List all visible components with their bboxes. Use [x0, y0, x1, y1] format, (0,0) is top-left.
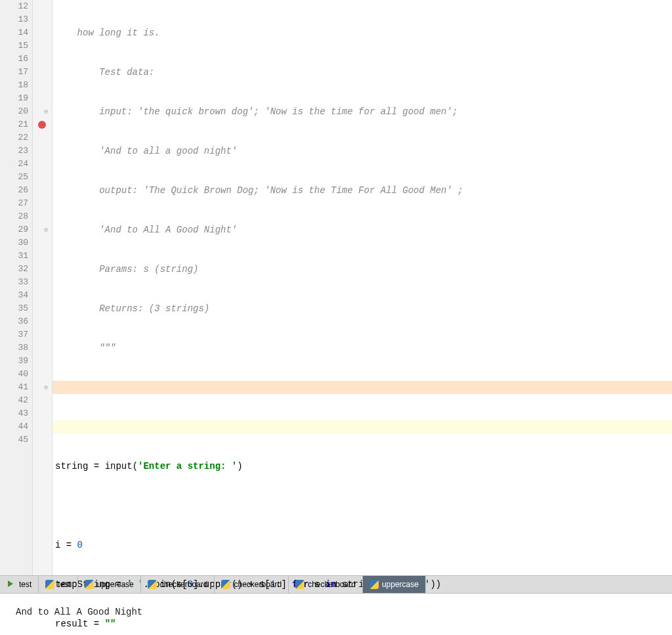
line-number: 24	[0, 158, 32, 171]
line-number: 28	[0, 210, 32, 223]
line-number: 26	[0, 184, 32, 197]
tab-uppercase-active[interactable]: uppercase	[363, 576, 426, 593]
line-number: 41	[0, 381, 32, 394]
line-number: 42	[0, 394, 32, 407]
python-icon	[221, 580, 230, 589]
fold-icon[interactable]: ⊖	[44, 108, 51, 114]
line-number: 44	[0, 420, 32, 433]
python-icon	[295, 580, 304, 589]
tab-checkerboard[interactable]: checkerboard	[215, 576, 289, 593]
line-number: 34	[0, 289, 32, 302]
tab-label: uppercase	[97, 580, 134, 589]
line-number: 29	[0, 223, 32, 236]
code-text: """	[55, 343, 116, 353]
code-text: Test data:	[55, 67, 154, 77]
tab-label: test	[19, 580, 32, 589]
code-text: how long it is.	[55, 28, 160, 38]
line-number: 27	[0, 197, 32, 210]
line-number: 38	[0, 341, 32, 355]
line-number: 33	[0, 276, 32, 289]
tab-test[interactable]: test	[39, 576, 77, 593]
tab-checkerboard[interactable]: checkerboard	[289, 576, 363, 593]
line-number: 12	[0, 0, 32, 13]
tab-label: test	[58, 580, 70, 589]
highlighted-line	[52, 381, 672, 394]
tab-label: checkerboard	[234, 580, 282, 589]
python-icon	[45, 580, 54, 589]
line-number: 16	[0, 53, 32, 66]
line-number: 21	[0, 118, 32, 131]
line-number: 31	[0, 250, 32, 263]
breakpoint-icon[interactable]	[38, 121, 46, 129]
fold-icon[interactable]: ⊖	[44, 226, 51, 232]
line-number: 25	[0, 171, 32, 184]
python-icon	[148, 580, 157, 589]
line-number: 36	[0, 315, 32, 328]
run-icon	[7, 580, 16, 589]
code-text: 'And to all a good night'	[55, 146, 237, 156]
line-number: 20	[0, 105, 32, 118]
tab-label: checkerboard	[308, 580, 356, 589]
code-text: output: 'The Quick Brown Dog; 'Now is th…	[55, 185, 463, 196]
fold-icon[interactable]: ⊖	[44, 383, 51, 390]
editor-area: 12 13 14 15 16 17 18 19 20 21 22 23 24 2…	[0, 0, 672, 575]
code-text: Params: s (string)	[55, 264, 198, 274]
code-text: 'And to All A Good Night'	[55, 225, 237, 235]
breakpoint-gutter[interactable]: ⊖ ⊖ ⊖	[33, 0, 52, 575]
code-text: input: 'the quick brown dog'; 'Now is th…	[55, 106, 457, 117]
python-icon	[85, 580, 94, 589]
line-number: 18	[0, 79, 32, 92]
line-number: 35	[0, 302, 32, 315]
line-number: 15	[0, 39, 32, 53]
tab-label: uppercase	[382, 580, 419, 589]
output-text: And to All A Good Night	[16, 607, 142, 617]
line-number: 23	[0, 144, 32, 158]
line-number: 40	[0, 368, 32, 381]
line-number-gutter: 12 13 14 15 16 17 18 19 20 21 22 23 24 2…	[0, 0, 33, 575]
tab-uppercase[interactable]: uppercase	[78, 576, 141, 593]
code-text: Returns: (3 strings)	[55, 303, 209, 314]
line-number: 45	[0, 433, 32, 447]
line-number: 17	[0, 66, 32, 79]
tab-checkerboard[interactable]: checkerboard	[141, 576, 215, 593]
line-number: 39	[0, 355, 32, 368]
line-number: 19	[0, 92, 32, 105]
line-number: 32	[0, 263, 32, 276]
tab-label: checkerboard	[160, 580, 208, 589]
tab-test-run[interactable]: test	[0, 576, 39, 593]
line-number: 43	[0, 407, 32, 420]
line-number: 30	[0, 236, 32, 250]
line-number: 14	[0, 26, 32, 39]
code-editor[interactable]: how long it is. Test data: input: 'the q…	[52, 0, 672, 575]
line-number: 22	[0, 131, 32, 144]
line-number: 13	[0, 13, 32, 26]
highlighted-line	[52, 420, 672, 433]
line-number: 37	[0, 328, 32, 341]
python-icon	[369, 580, 379, 589]
